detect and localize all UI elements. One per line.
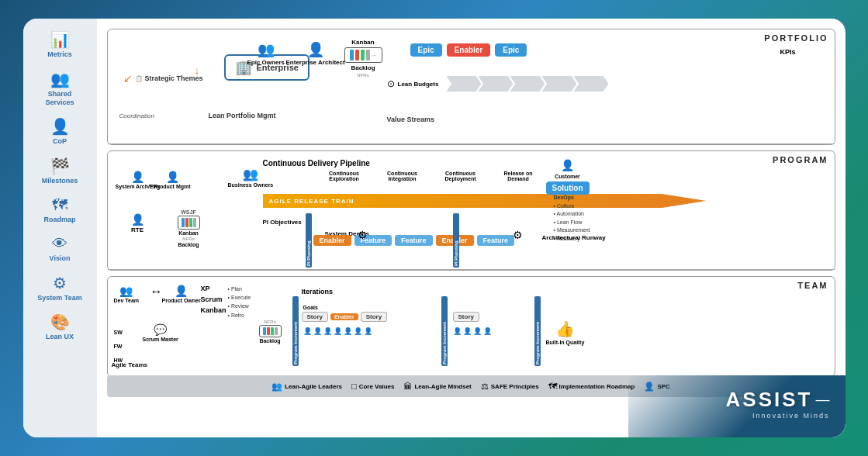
iter-person-9: 👤: [463, 327, 472, 335]
iter-person-1: 👤: [303, 327, 312, 335]
lean-ux-label: Lean UX: [46, 333, 74, 341]
story-box-3: Story: [453, 312, 479, 322]
architectural-runway-label: Architectural Runway: [542, 234, 606, 241]
milestones-icon: 🏁: [50, 157, 70, 175]
retro-label: • Retro: [228, 311, 251, 320]
sidebar: 📊 Metrics 👥 Shared Services 👤 CoP 🏁 Mile…: [23, 19, 97, 437]
program-enabler-1: Enabler: [313, 235, 351, 246]
program-section: PROGRAM Continuous Delivery Pipeline 👤 S…: [107, 150, 835, 271]
program-increment-2: Program Increment: [441, 296, 448, 366]
sidebar-item-metrics[interactable]: 📊 Metrics: [27, 26, 93, 63]
program-feature-3: Feature: [477, 235, 515, 246]
execute-label: • Execute: [228, 293, 251, 302]
lean-agile-mindset-icon: 🏛: [403, 382, 412, 391]
rte-icon: 👤: [131, 213, 144, 226]
sidebar-item-roadmap[interactable]: 🗺 Roadmap: [27, 192, 93, 228]
brand-area: ASSIST — Innovative Minds: [628, 375, 846, 437]
system-arch-icon: 👤: [131, 171, 144, 183]
lean-agile-mindset-label: Lean-Agile Mindset: [414, 383, 471, 390]
sidebar-item-vision[interactable]: 👁 Vision: [27, 231, 93, 267]
iter-person-4: 👤: [334, 327, 342, 335]
rte-label: RTE: [131, 226, 144, 233]
built-in-quality-label: Built-In Quality: [546, 340, 585, 345]
epic-owners-label: Epic Owners: [247, 59, 285, 66]
program-increment-1: Program Increment: [292, 296, 299, 366]
iter-person-10: 👤: [473, 327, 482, 335]
dev-team-icon: 👥: [119, 285, 133, 297]
core-values-label: Core Values: [359, 383, 395, 390]
metrics-icon: 📊: [50, 30, 70, 49]
ia-icon-1: ⚙: [358, 229, 368, 241]
devops-automation: • Automation: [554, 210, 590, 219]
agile-teams-label: Agile Teams: [112, 361, 148, 368]
iter-person-2: 👤: [313, 327, 322, 335]
iter-person-7: 👤: [364, 327, 372, 335]
product-mgmt-label: Product Mgmt: [154, 184, 191, 189]
program-feature-2: Feature: [395, 235, 433, 246]
scrum-master-label: Scrum Master: [143, 337, 178, 342]
portfolio-label: PORTFOLIO: [764, 33, 828, 43]
sidebar-item-cop[interactable]: 👤 CoP: [27, 113, 93, 150]
pi-planning-2: PI Planning: [453, 213, 459, 268]
enabler-box: Enabler: [447, 43, 491, 57]
scrum-master-icon: 💬: [154, 323, 167, 336]
content-area: 📊 Metrics 👥 Shared Services 👤 CoP 🏁 Mile…: [23, 19, 846, 437]
product-owner-label: Product Owner: [162, 298, 201, 303]
safe-principles-icon: ⚖: [481, 382, 489, 392]
customer-icon: 👤: [561, 159, 574, 171]
solution-box: Solution: [546, 181, 590, 195]
diagram-area: PORTFOLIO 🏢 Enterprise ↙ 📋 Strategic The…: [97, 19, 846, 437]
system-team-icon: ⚙: [53, 274, 67, 292]
xp-label: XP: [201, 285, 227, 292]
program-label: PROGRAM: [773, 155, 828, 164]
review-label: • Review: [228, 302, 251, 310]
enterprise-architect-label: Enterprise Architect: [286, 59, 345, 66]
dev-team-label: Dev Team: [114, 298, 140, 303]
enterprise-architect-icon: 👤: [307, 41, 324, 58]
coordination-label: Coordination: [119, 112, 154, 119]
program-increment-3: Program Increment: [534, 296, 541, 366]
release-on-demand-label: Release on Demand: [493, 171, 544, 181]
cop-icon: 👤: [50, 117, 70, 136]
iter-person-6: 👤: [354, 327, 362, 335]
devops-lean-flow: • Lean Flow: [554, 219, 590, 227]
sidebar-item-system-team[interactable]: ⚙ System Team: [27, 270, 93, 306]
diagram-full: PORTFOLIO 🏢 Enterprise ↙ 📋 Strategic The…: [103, 25, 839, 397]
iter-person-8: 👤: [453, 327, 462, 335]
devops-culture: • Culture: [554, 202, 590, 211]
portfolio-section: PORTFOLIO 🏢 Enterprise ↙ 📋 Strategic The…: [107, 29, 835, 145]
sidebar-item-milestones[interactable]: 🏁 Milestones: [27, 153, 93, 189]
implementation-roadmap-item[interactable]: 🗺 Implementation Roadmap: [548, 382, 635, 391]
sidebar-item-lean-ux[interactable]: 🎨 Lean UX: [27, 309, 93, 345]
brand-name: ASSIST: [726, 388, 813, 412]
epic-box-1: Epic: [410, 43, 442, 57]
core-values-icon: □: [351, 382, 357, 391]
iter-person-5: 👤: [344, 327, 352, 335]
built-in-quality-icon: 👍: [555, 320, 575, 338]
team-section: TEAM 👥 Dev Team ↔ 👤 Product Owner SW F: [107, 276, 835, 377]
backlog-team-label: Backlog: [259, 338, 280, 344]
kanban-team-box: [259, 325, 282, 337]
brand-tagline: Innovative Minds: [752, 412, 830, 420]
business-owners-label: Business Owners: [228, 182, 274, 188]
scrum-label: Scrum: [201, 295, 227, 303]
core-values-item[interactable]: □ Core Values: [351, 382, 394, 391]
lean-agile-mindset-item[interactable]: 🏛 Lean-Agile Mindset: [403, 382, 471, 391]
shared-services-label: Shared Services: [33, 90, 87, 107]
roadmap-icon: 🗺: [52, 196, 67, 214]
pi-objectives-label: PI Objectives: [263, 219, 302, 226]
implementation-roadmap-label: Implementation Roadmap: [559, 383, 635, 390]
value-streams-chevrons: [446, 76, 608, 92]
vision-label: Vision: [50, 254, 71, 263]
goals-label: Goals: [303, 305, 318, 310]
safe-principles-item[interactable]: ⚖ SAFE Principles: [481, 382, 539, 392]
vision-icon: 👁: [52, 235, 67, 253]
continuous-integration-label: Continuous Integration: [375, 171, 430, 181]
lean-agile-leaders-item[interactable]: 👥 Lean-Agile Leaders: [271, 382, 342, 392]
shared-services-icon: 👥: [50, 70, 70, 88]
sidebar-item-shared-services[interactable]: 👥 Shared Services: [27, 66, 93, 111]
milestones-label: Milestones: [42, 177, 78, 185]
continuous-deployment-label: Continuous Deployment: [434, 171, 488, 181]
cop-label: CoP: [53, 137, 67, 146]
metrics-label: Metrics: [47, 50, 72, 59]
